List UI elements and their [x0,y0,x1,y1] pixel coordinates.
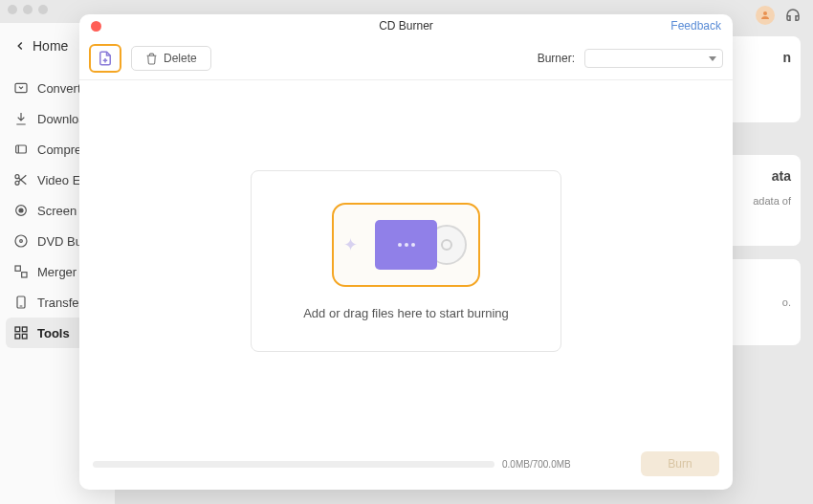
headset-icon[interactable] [784,7,802,24]
sidebar-label: Transfer [37,296,83,310]
compress-icon [13,142,29,157]
toolbar: Delete Burner: [79,37,733,80]
drop-box: ✦ Add or drag files here to start burnin… [251,170,561,352]
svg-point-0 [763,11,767,15]
download-icon [13,111,29,126]
feedback-link[interactable]: Feedback [670,19,721,33]
window-dot [23,5,33,14]
avatar[interactable] [756,6,775,25]
record-icon [13,203,29,218]
modal-header: CD Burner Feedback [79,14,733,37]
delete-button[interactable]: Delete [131,46,211,71]
burner-label: Burner: [538,52,575,65]
chevron-left-icon [13,39,27,53]
modal-footer: 0.0MB/700.0MB Burn [79,442,733,490]
add-file-button[interactable] [89,44,121,73]
converter-icon [13,80,29,96]
trash-icon [145,53,158,65]
close-icon[interactable] [91,21,101,32]
svg-point-10 [15,235,27,247]
svg-rect-16 [15,327,20,332]
disc-icon [13,233,29,249]
burn-illustration: ✦ [332,203,480,287]
svg-rect-12 [15,266,20,271]
drop-text: Add or drag files here to start burning [303,306,509,320]
transfer-icon [13,295,29,310]
sidebar-label: Merger [37,265,77,279]
window-dot [8,5,17,14]
progress-row: 0.0MB/700.0MB [93,459,629,470]
document-graphic [375,220,437,270]
svg-rect-13 [22,273,27,277]
delete-label: Delete [164,52,197,65]
drop-area[interactable]: ✦ Add or drag files here to start burnin… [79,80,733,442]
sparkle-icon: ✦ [343,234,358,255]
svg-rect-18 [15,334,20,339]
add-file-icon [97,50,114,67]
capacity-bar [93,461,494,468]
modal-title: CD Burner [379,19,433,33]
svg-point-11 [20,240,23,243]
home-label: Home [33,38,68,54]
window-dot [38,5,48,14]
capacity-text: 0.0MB/700.0MB [502,459,571,470]
svg-rect-19 [22,334,27,339]
burner-select[interactable] [584,49,723,68]
burn-button[interactable]: Burn [641,451,719,476]
grid-icon [13,325,29,340]
window-traffic-lights [8,5,48,14]
svg-rect-2 [16,145,27,153]
cd-burner-modal: CD Burner Feedback Delete Burner: ✦ Add … [79,14,733,490]
merge-icon [13,264,29,279]
scissors-icon [13,172,29,187]
svg-rect-17 [22,327,27,332]
svg-point-9 [19,208,23,212]
sidebar-label: Tools [37,326,70,340]
